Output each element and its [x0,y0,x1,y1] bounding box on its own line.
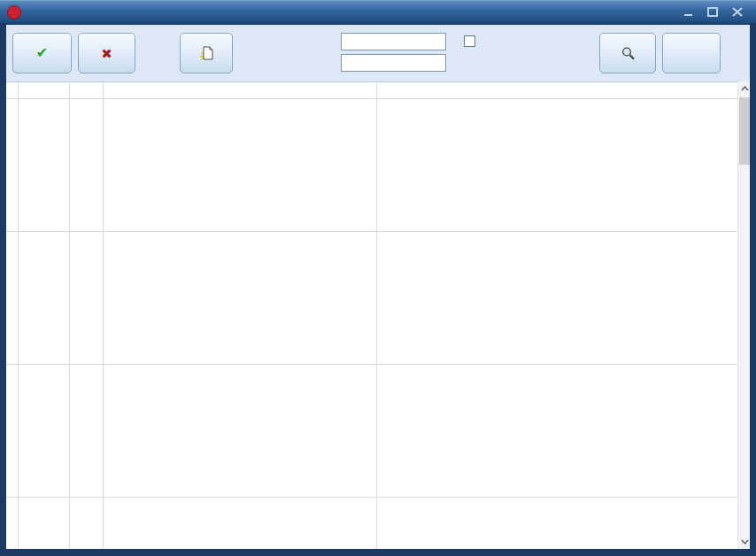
fahrzeug-cell[interactable] [104,365,377,497]
app-icon [7,5,21,19]
toolbar: ✔ ✖ [6,23,750,81]
close-button[interactable] [731,6,744,19]
column-header-fahrzeug[interactable] [104,82,377,98]
vehicle-drawing-large-van [382,499,730,549]
pic-cell[interactable] [377,365,737,497]
standardbilder-gruppe-checkbox-row [464,35,480,47]
pic-cell[interactable] [377,99,737,231]
column-header-pic[interactable] [377,82,750,98]
pic-cell[interactable] [377,232,737,364]
cancel-button[interactable]: ✖ [78,33,135,73]
window-controls [682,6,749,19]
cancel-x-icon: ✖ [101,45,112,61]
grp-cell[interactable] [70,99,104,231]
bilderpool-window: ✔ ✖ [0,0,756,556]
grp-cell[interactable] [70,498,104,549]
fahrzeug-cell[interactable] [104,99,377,231]
new-button[interactable] [180,33,233,73]
column-header-bildnummer[interactable] [19,82,70,98]
bildnummer-cell[interactable] [19,99,70,231]
ok-button[interactable]: ✔ [12,33,72,73]
grid-body [6,99,737,549]
table-row[interactable] [6,99,737,232]
grp-cell[interactable] [70,232,104,364]
vehicle-drawing-panel-van [382,234,730,362]
search-button[interactable] [599,33,656,73]
table-row[interactable] [6,365,737,498]
fahrzeug-cell[interactable] [104,232,377,364]
scroll-down-icon[interactable] [738,535,751,549]
row-indicator-header [6,82,19,98]
search-magnifier-icon [621,45,636,61]
row-indicator-cell [6,498,19,549]
table-row-partial[interactable] [6,498,737,549]
ok-check-icon: ✔ [36,45,48,61]
scroll-up-icon[interactable] [738,81,751,96]
row-indicator-cell [6,99,19,231]
column-header-grp[interactable] [70,82,104,98]
bildnummer-cell[interactable] [19,498,70,549]
titlebar[interactable] [0,0,756,23]
pic-cell[interactable] [377,498,737,549]
table-row[interactable] [6,232,737,365]
grp-cell[interactable] [70,365,104,497]
window-border-bottom [0,549,756,556]
grid-header [6,81,750,99]
row-indicator-cell [6,365,19,497]
scrollbar-thumb[interactable] [739,97,750,165]
vehicle-drawing-high-roof-van [382,367,730,495]
fahrzeug-input[interactable] [341,33,446,50]
window-border-right [750,23,756,556]
maximize-button[interactable] [706,6,719,19]
gruppe-input[interactable] [341,54,446,72]
standardbilder-gruppe-checkbox[interactable] [464,35,475,47]
window-border-left [0,23,6,556]
new-document-icon [198,45,214,61]
vertical-scrollbar[interactable] [737,81,750,549]
row-indicator-cell [6,232,19,364]
fahrzeug-cell[interactable] [104,498,377,549]
bildnummer-cell[interactable] [19,365,70,497]
bildnummer-cell[interactable] [19,232,70,364]
bilderpool-grid [6,81,750,549]
bmp-to-jpeg-button[interactable] [662,33,721,73]
vehicle-drawing-minibus [382,101,730,229]
minimize-button[interactable] [682,6,694,19]
